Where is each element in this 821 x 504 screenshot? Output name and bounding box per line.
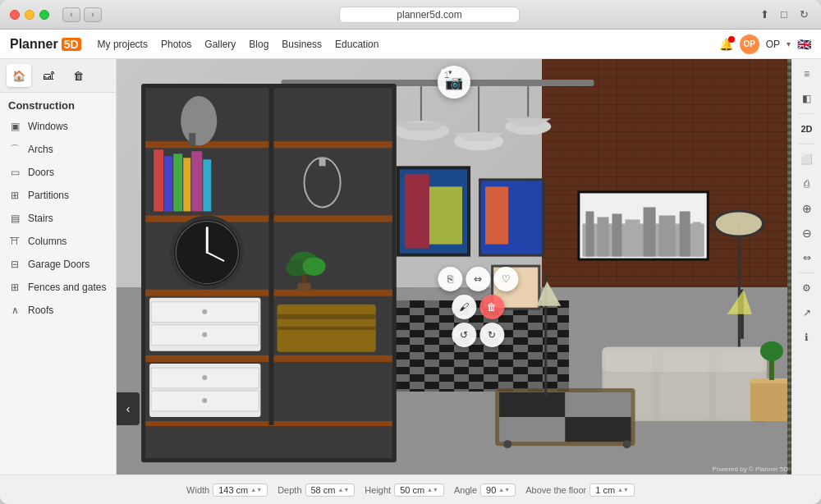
svg-rect-127 (787, 244, 791, 247)
chevron-icon: ▾ (787, 39, 791, 48)
sidebar-item-fences[interactable]: ⊞ Fences and gates (0, 276, 116, 299)
depth-field: Depth 58 cm ▲▼ (277, 483, 355, 497)
svg-rect-23 (173, 153, 182, 211)
measure-button[interactable]: ⇔ (796, 246, 819, 269)
print-button[interactable]: ⎙ (796, 172, 819, 195)
sidebar-item-roofs[interactable]: ∧ Roofs (0, 299, 116, 322)
info-button[interactable]: ℹ (796, 326, 819, 349)
svg-rect-21 (154, 149, 163, 211)
depth-arrows[interactable]: ▲▼ (337, 487, 349, 493)
svg-rect-102 (787, 79, 791, 82)
sidebar-tab-furniture[interactable]: 🛋 (36, 64, 61, 87)
sidebar-item-garage-doors[interactable]: ⊟ Garage Doors (0, 253, 116, 276)
back-button[interactable]: ‹ (62, 7, 80, 22)
divider-2 (799, 144, 815, 144)
sidebar-item-partitions[interactable]: ⊞ Partitions (0, 184, 116, 207)
svg-rect-14 (145, 215, 392, 222)
width-arrows[interactable]: ▲▼ (250, 487, 262, 493)
sidebar-item-archs[interactable]: ⌒ Archs (0, 138, 116, 161)
floor-label: Above the floor (525, 485, 586, 495)
svg-rect-108 (787, 118, 791, 121)
height-value[interactable]: 50 cm ▲▼ (394, 483, 444, 497)
svg-rect-150 (787, 395, 791, 398)
flag-icon[interactable]: 🇬🇧 (797, 38, 811, 51)
nav-buttons: ‹ › (62, 7, 102, 22)
minimize-button[interactable] (25, 10, 34, 20)
svg-rect-22 (164, 156, 172, 211)
url-bar[interactable]: planner5d.com (339, 7, 520, 23)
sidebar-item-windows[interactable]: ▣ Windows (0, 115, 116, 138)
nav-my-projects[interactable]: My projects (98, 39, 148, 50)
zoom-in-button[interactable]: ⊕ (796, 197, 819, 220)
bell-icon[interactable]: 🔔 (719, 38, 733, 51)
copy-button[interactable]: ⎘ (438, 267, 462, 291)
sidebar-tab-delete[interactable]: 🗑 (66, 64, 90, 87)
canvas-area[interactable]: 1 ▾ 📷 ⎘ ⇔ ♡ 🖌 🗑 ↺ ↻ (117, 59, 791, 474)
doors-icon: ▭ (8, 166, 21, 179)
svg-point-43 (202, 332, 207, 337)
sidebar-item-doors[interactable]: ▭ Doors (0, 161, 116, 184)
floor-value[interactable]: 1 cm ▲▼ (589, 483, 635, 497)
svg-rect-159 (787, 454, 791, 457)
svg-rect-93 (750, 380, 791, 421)
nav-gallery[interactable]: Gallery (204, 39, 236, 50)
svg-rect-105 (787, 99, 791, 102)
svg-rect-28 (319, 158, 326, 166)
close-button[interactable] (10, 10, 20, 20)
svg-rect-160 (787, 460, 791, 464)
nav-business[interactable]: Business (282, 39, 322, 50)
flip-button[interactable]: ⇔ (466, 267, 490, 291)
share-button[interactable]: ↗ (796, 301, 819, 324)
forward-button[interactable]: › (84, 7, 102, 22)
notification-badge (728, 36, 735, 43)
bottom-bar: Width 143 cm ▲▼ Depth 58 cm ▲▼ Height 50… (0, 474, 821, 504)
svg-rect-88 (565, 392, 631, 417)
nav-blog[interactable]: Blog (249, 39, 268, 50)
2d-view-button[interactable]: 2D (796, 117, 819, 140)
floor-arrows[interactable]: ▲▼ (617, 487, 629, 493)
svg-rect-139 (787, 323, 791, 326)
svg-point-96 (760, 341, 783, 361)
depth-value[interactable]: 58 cm ▲▼ (305, 483, 355, 497)
refresh-icon[interactable]: ↻ (796, 7, 811, 22)
width-value[interactable]: 143 cm ▲▼ (213, 483, 268, 497)
sidebar-item-stairs[interactable]: ▤ Stairs (0, 207, 116, 230)
height-arrows[interactable]: ▲▼ (427, 487, 438, 493)
zoom-out-button[interactable]: ⊖ (796, 222, 819, 245)
svg-rect-89 (499, 417, 565, 442)
nav-photos[interactable]: Photos (161, 39, 191, 50)
paint-button[interactable]: 🖌 (452, 295, 476, 319)
title-bar: ‹ › planner5d.com ⬆ □ ↻ (0, 0, 821, 30)
garage-doors-icon: ⊟ (8, 258, 21, 271)
settings-button[interactable]: ⚙ (796, 277, 819, 300)
catalog-button[interactable]: ◧ (796, 87, 819, 110)
favorite-button[interactable]: ♡ (493, 267, 518, 291)
user-avatar[interactable]: OP (740, 34, 759, 54)
svg-rect-132 (787, 277, 791, 280)
sidebar-tabs: 🏠 🛋 🗑 (0, 59, 116, 93)
menu-button[interactable]: ≡ (796, 62, 819, 85)
logo-text: Planner (10, 37, 58, 52)
sidebar-item-columns[interactable]: ⛩ Columns (0, 230, 116, 253)
fences-icon: ⊞ (8, 281, 21, 294)
fullscreen-button[interactable]: ⬜ (796, 148, 819, 171)
maximize-button[interactable] (39, 10, 49, 20)
bookmark-icon[interactable]: □ (777, 7, 791, 22)
angle-arrows[interactable]: ▲▼ (498, 487, 510, 493)
svg-point-92 (622, 440, 631, 448)
delete-button[interactable]: 🗑 (479, 295, 504, 319)
fab-group: ⎘ ⇔ ♡ 🖌 🗑 ↺ ↻ (438, 267, 518, 347)
rotate-left-button[interactable]: ↺ (452, 323, 476, 347)
share-icon[interactable]: ⬆ (757, 7, 772, 22)
left-nav-arrow[interactable]: ‹ (117, 392, 140, 425)
svg-rect-119 (787, 190, 791, 194)
depth-label: Depth (277, 485, 301, 495)
svg-rect-113 (787, 151, 791, 154)
user-label[interactable]: OP (766, 39, 780, 50)
svg-rect-158 (787, 447, 791, 451)
angle-value[interactable]: 90 ▲▼ (480, 483, 516, 497)
sidebar-tab-home[interactable]: 🏠 (7, 64, 31, 87)
svg-rect-116 (787, 171, 791, 174)
rotate-right-button[interactable]: ↻ (479, 323, 504, 347)
nav-education[interactable]: Education (335, 39, 378, 50)
